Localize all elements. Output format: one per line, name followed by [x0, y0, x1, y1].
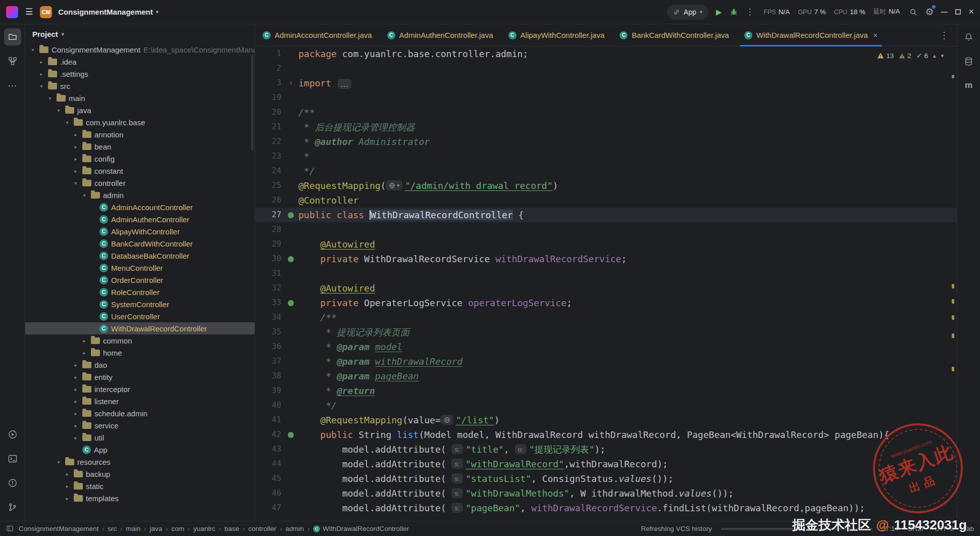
code-line-20[interactable]: 20/**: [255, 105, 957, 120]
editor-tab-adminauthencontroller-java[interactable]: CAdminAuthenController.java: [380, 24, 501, 46]
code-line-30[interactable]: 30 private WithDrawalRecordService withD…: [255, 252, 957, 266]
passed-checks-count[interactable]: ✓ 6: [916, 52, 928, 60]
chevron-collapsed-icon[interactable]: ▸: [81, 350, 88, 356]
project-name-menu[interactable]: ConsignmentManagement ▾: [58, 8, 159, 16]
line-number[interactable]: 30: [255, 252, 283, 266]
code-line-35[interactable]: 35 * 提现记录列表页面: [255, 325, 957, 339]
editor-tab-alipaywithcontroller-java[interactable]: CAlipayWithController.java: [501, 24, 612, 46]
problems-tool-window-button[interactable]: [4, 474, 21, 492]
chevron-expanded-icon[interactable]: ▾: [81, 192, 88, 198]
code-line-23[interactable]: 23 *: [255, 149, 957, 164]
search-everywhere-button[interactable]: [909, 8, 917, 16]
code-line-32[interactable]: 32 @Autowired: [255, 281, 957, 296]
line-number[interactable]: 35: [255, 325, 283, 339]
code-line-21[interactable]: 21 * 后台提现记录管理控制器: [255, 120, 957, 134]
tree-item-src[interactable]: ▾src: [25, 80, 254, 92]
url-globe-inlay[interactable]: [441, 415, 453, 425]
tree-item-admin[interactable]: ▾admin: [25, 189, 254, 201]
tree-item-config[interactable]: ▸config: [25, 153, 254, 165]
spring-bean-gutter-icon[interactable]: [288, 432, 294, 438]
editor-tab-adminaccountcontroller-java[interactable]: CAdminAccountController.java: [255, 24, 380, 46]
line-number[interactable]: 19: [255, 90, 283, 105]
code-line-46[interactable]: 46 model.addAttribute( s:"withDrawalMeth…: [255, 486, 957, 501]
editor-tab-bankcardwithcontroller-java[interactable]: CBankCardWithController.java: [612, 24, 737, 46]
line-number[interactable]: 39: [255, 383, 283, 398]
editor-tab-withdrawalrecordcontroller-java[interactable]: CWithDrawalRecordController.java×: [737, 24, 885, 46]
code-line-36[interactable]: 36 * @param model: [255, 339, 957, 354]
code-line-3[interactable]: 3›import ...: [255, 76, 957, 90]
breadcrumb-admin[interactable]: admin: [285, 525, 304, 532]
code-line-26[interactable]: 26@Controller: [255, 193, 957, 208]
inspections-widget[interactable]: 13 2 ✓ 6 ▴ ▾: [877, 52, 944, 60]
code-line-42[interactable]: 42 public String list(Model model, WithD…: [255, 427, 957, 442]
line-number[interactable]: 38: [255, 369, 283, 383]
url-globe-inlay[interactable]: ▾: [386, 180, 402, 190]
breadcrumb-java[interactable]: java: [150, 525, 163, 532]
tree-item-idea[interactable]: ▸.idea: [25, 56, 254, 68]
line-number[interactable]: 22: [255, 134, 283, 149]
chevron-collapsed-icon[interactable]: ▸: [38, 59, 45, 65]
code-line-44[interactable]: 44 model.addAttribute( s:"withDrawalReco…: [255, 457, 957, 471]
maven-tool-window-button[interactable]: m: [960, 77, 977, 94]
breadcrumb-base[interactable]: base: [224, 525, 239, 532]
code-line-27[interactable]: 27public class WithDrawalRecordControlle…: [255, 208, 957, 222]
close-tab-icon[interactable]: ×: [873, 31, 878, 39]
tree-item-rolecontroller[interactable]: CRoleController: [25, 286, 254, 298]
line-number[interactable]: 31: [255, 266, 283, 281]
settings-button[interactable]: ⚙: [925, 6, 934, 18]
breadcrumb-src[interactable]: src: [108, 525, 117, 532]
chevron-expanded-icon[interactable]: ▾: [29, 47, 36, 53]
tree-item-consignmentmanagement[interactable]: ▾ConsignmentManagement E:\idea_space\Con…: [25, 43, 254, 56]
tool-window-layout-icon[interactable]: [6, 525, 14, 532]
code-line-24[interactable]: 24 */: [255, 164, 957, 178]
line-number[interactable]: 47: [255, 501, 283, 515]
project-panel-header[interactable]: Project ▾: [25, 24, 254, 43]
more-tool-windows-button[interactable]: ⋯: [4, 77, 21, 94]
code-line-28[interactable]: 28: [255, 222, 957, 237]
tree-item-bankcardwithcontroller[interactable]: CBankCardWithController: [25, 237, 254, 250]
chevron-expanded-icon[interactable]: ▾: [72, 180, 79, 186]
chevron-collapsed-icon[interactable]: ▸: [64, 496, 71, 501]
database-tool-window-button[interactable]: [960, 53, 977, 70]
run-configuration-selector[interactable]: App ▾: [667, 5, 708, 20]
tree-item-entity[interactable]: ▸entity: [25, 371, 254, 383]
code-line-29[interactable]: 29 @Autowired: [255, 237, 957, 252]
chevron-collapsed-icon[interactable]: ▸: [72, 362, 79, 368]
prev-problem-button[interactable]: ▴: [933, 53, 936, 59]
tree-item-settings[interactable]: ▸.settings: [25, 68, 254, 80]
tab-options-button[interactable]: ⋮: [932, 24, 957, 46]
tree-item-schedule-admin[interactable]: ▸schedule.admin: [25, 407, 254, 419]
chevron-collapsed-icon[interactable]: ▸: [72, 399, 79, 404]
line-number[interactable]: 20: [255, 105, 283, 120]
code-line-34[interactable]: 34 /**: [255, 310, 957, 325]
spring-bean-gutter-icon[interactable]: [288, 212, 294, 218]
maximize-button[interactable]: [955, 9, 961, 15]
tree-item-databasebakcontroller[interactable]: CDatabaseBakController: [25, 250, 254, 262]
project-scrollbar[interactable]: [251, 55, 253, 151]
chevron-expanded-icon[interactable]: ▾: [64, 120, 71, 125]
hamburger-menu-icon[interactable]: ☰: [24, 7, 34, 17]
tree-item-alipaywithcontroller[interactable]: CAlipayWithController: [25, 225, 254, 237]
line-number[interactable]: 3: [255, 76, 283, 90]
tree-item-usercontroller[interactable]: CUserController: [25, 310, 254, 322]
tree-item-app[interactable]: CApp: [25, 444, 254, 456]
tree-item-listener[interactable]: ▸listener: [25, 395, 254, 407]
tree-item-interceptor[interactable]: ▸interceptor: [25, 383, 254, 395]
breadcrumb-main[interactable]: main: [126, 525, 140, 532]
chevron-expanded-icon[interactable]: ▾: [55, 459, 62, 465]
tree-item-util[interactable]: ▸util: [25, 431, 254, 444]
tree-item-home[interactable]: ▸home: [25, 347, 254, 359]
debug-button[interactable]: [730, 8, 738, 16]
code-line-2[interactable]: 2: [255, 61, 957, 76]
chevron-collapsed-icon[interactable]: ▸: [64, 471, 71, 477]
code-line-39[interactable]: 39 * @return: [255, 383, 957, 398]
line-number[interactable]: 44: [255, 457, 283, 471]
code-line-19[interactable]: 19: [255, 90, 957, 105]
breadcrumb-consignmentmanagement[interactable]: ConsignmentManagement: [19, 525, 98, 532]
line-number[interactable]: 27: [255, 208, 283, 222]
line-number[interactable]: 26: [255, 193, 283, 208]
line-number[interactable]: 45: [255, 471, 283, 486]
line-number[interactable]: 42: [255, 427, 283, 442]
code-line-47[interactable]: 47 model.addAttribute( s:"pageBean", wit…: [255, 501, 957, 515]
chevron-expanded-icon[interactable]: ▾: [55, 108, 62, 113]
